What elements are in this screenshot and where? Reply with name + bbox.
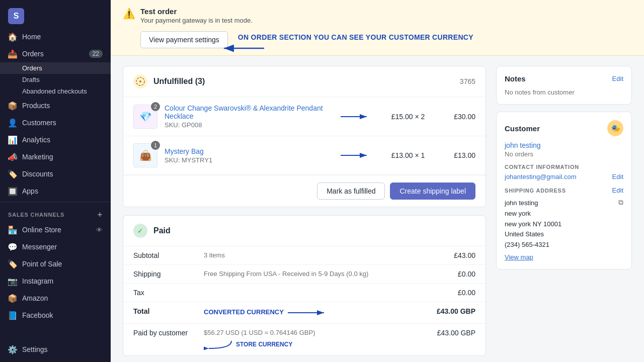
- copy-address-button[interactable]: ⧉: [618, 198, 623, 207]
- subtotal-label: Subtotal: [133, 251, 204, 259]
- sidebar-item-analytics[interactable]: 📊 Analytics: [0, 131, 111, 148]
- sidebar-label-discounts: Discounts: [22, 170, 53, 178]
- total-amount: £43.00 GBP: [435, 307, 475, 318]
- product-price-2: £13.00 × 1: [378, 151, 438, 159]
- order-number: 3765: [460, 77, 475, 85]
- sidebar-label-abandoned: Abandoned checkouts: [22, 87, 87, 95]
- paid-desc-text: $56.27 USD (1 USD = 0.764146 GBP): [204, 329, 435, 336]
- converted-arrow-svg: [288, 307, 328, 318]
- customer-info: john testing No orders: [505, 141, 623, 158]
- settings-icon: ⚙️: [8, 345, 17, 354]
- product-total-1: £30.00: [445, 113, 475, 121]
- product-name-1[interactable]: Colour Change Swarovski® & Alexandrite P…: [165, 104, 323, 120]
- sidebar-sub-orders[interactable]: Orders: [0, 62, 111, 74]
- add-sales-channel-button[interactable]: +: [98, 210, 103, 219]
- pos-icon: 🏷️: [8, 259, 17, 268]
- customer-title: Customer: [505, 124, 540, 133]
- analytics-icon: 📊: [8, 135, 17, 144]
- bag-img-placeholder: 👜: [139, 149, 152, 161]
- tax-desc: [204, 289, 435, 297]
- sidebar-item-home[interactable]: 🏠 Home: [0, 28, 111, 45]
- item2-badge: 1: [151, 141, 160, 150]
- sidebar-item-discounts[interactable]: 🏷️ Discounts: [0, 165, 111, 183]
- banner-description: Your payment gateway is in test mode.: [140, 17, 473, 24]
- svg-point-3: [139, 80, 141, 82]
- view-map-link[interactable]: View map: [505, 253, 533, 261]
- customer-name[interactable]: john testing: [505, 141, 623, 149]
- notes-edit-button[interactable]: Edit: [612, 75, 623, 82]
- product-image-bag: 👜 1: [133, 143, 157, 167]
- online-store-icon: 🏪: [8, 225, 17, 234]
- sidebar-label-instagram: Instagram: [22, 277, 53, 285]
- total-label: Total: [133, 307, 204, 318]
- sidebar-label-home: Home: [22, 33, 41, 41]
- customer-card: Customer 🎭 john testing No orders CONTAC…: [496, 112, 632, 269]
- address-name: john testing: [505, 198, 561, 209]
- shipping-address-block: john testing new york new york NY 10001 …: [505, 198, 623, 250]
- contact-email[interactable]: johantesting@gmail.com: [505, 173, 577, 180]
- sidebar-item-products[interactable]: 📦 Products: [0, 97, 111, 114]
- sidebar-item-orders[interactable]: 📥 Orders 22: [0, 45, 111, 62]
- sidebar-sub-abandoned[interactable]: Abandoned checkouts: [0, 85, 111, 97]
- sidebar-label-pos: Point of Sale: [22, 260, 62, 268]
- paid-by-customer-desc: $56.27 USD (1 USD = 0.764146 GBP): [204, 329, 435, 350]
- left-column: Unfulfilled (3) 3765 💎 2 Colour Change S…: [123, 66, 486, 356]
- sidebar-label-settings: Settings: [22, 345, 48, 353]
- unfulfilled-title: Unfulfilled (3): [153, 77, 454, 86]
- payment-row-shipping: Shipping Free Shipping From USA - Receiv…: [123, 265, 486, 284]
- product-sku-2: SKU: MYSTRY1: [165, 156, 334, 164]
- sidebar-item-online-store[interactable]: 🏪 Online Store 👁: [0, 221, 111, 238]
- sidebar-item-marketing[interactable]: 📣 Marketing: [0, 148, 111, 165]
- create-shipping-label-button[interactable]: Create shipping label: [390, 183, 475, 200]
- customer-orders: No orders: [505, 150, 623, 158]
- product-name-2[interactable]: Mystery Bag: [165, 147, 204, 155]
- contact-edit-button[interactable]: Edit: [612, 173, 623, 180]
- marketing-icon: 📣: [8, 152, 17, 161]
- address-phone: (234) 565-4321: [505, 240, 561, 250]
- sidebar-sub-drafts[interactable]: Drafts: [0, 74, 111, 85]
- sidebar-label-amazon: Amazon: [22, 294, 48, 302]
- sidebar-item-apps[interactable]: 🔲 Apps: [0, 183, 111, 200]
- customers-icon: 👤: [8, 118, 17, 127]
- test-order-banner: ⚠️ Test order Your payment gateway is in…: [111, 0, 644, 56]
- shipping-address-header: SHIPPING ADDRESS Edit: [505, 187, 623, 194]
- notes-card: Notes Edit No notes from customer: [496, 66, 632, 105]
- sidebar-label-online-store: Online Store: [22, 226, 61, 234]
- sidebar-item-pos[interactable]: 🏷️ Point of Sale: [0, 255, 111, 273]
- product-sku-1: SKU: GP008: [165, 121, 334, 129]
- total-desc: CONVERTED CURRENCY: [204, 307, 435, 318]
- sidebar-label-orders-sub: Orders: [22, 64, 42, 72]
- sidebar-item-facebook[interactable]: 📘 Facebook: [0, 307, 111, 324]
- sidebar-item-customers[interactable]: 👤 Customers: [0, 114, 111, 131]
- tax-label: Tax: [133, 289, 204, 297]
- notes-header: Notes Edit: [505, 74, 623, 83]
- payment-row-tax: Tax £0.00: [123, 284, 486, 302]
- sales-channels-label: SALES CHANNELS +: [0, 204, 111, 221]
- clock-icon: [136, 77, 145, 86]
- content-area: Unfulfilled (3) 3765 💎 2 Colour Change S…: [111, 56, 644, 362]
- warning-icon: ⚠️: [123, 8, 135, 20]
- online-store-eye-icon: 👁: [96, 226, 103, 234]
- customer-header: Customer 🎭: [505, 120, 623, 136]
- unfulfilled-actions: Mark as fulfilled Create shipping label: [123, 175, 486, 207]
- apps-icon: 🔲: [8, 187, 17, 196]
- sidebar-label-marketing: Marketing: [22, 153, 53, 161]
- unfulfilled-header: Unfulfilled (3) 3765: [123, 66, 486, 97]
- banner-text: Test order Your payment gateway is in te…: [140, 7, 473, 48]
- view-payment-settings-button[interactable]: View payment settings: [140, 31, 228, 48]
- mark-as-fulfilled-button[interactable]: Mark as fulfilled: [317, 183, 385, 200]
- notes-title: Notes: [505, 74, 526, 83]
- unfulfilled-status-icon: [133, 74, 147, 88]
- sidebar-item-settings[interactable]: ⚙️ Settings: [0, 341, 111, 358]
- item1-arrow-svg: [341, 112, 371, 122]
- sidebar-label-analytics: Analytics: [22, 136, 50, 144]
- shipping-edit-button[interactable]: Edit: [612, 187, 623, 194]
- payment-row-paid-by-customer: Paid by customer $56.27 USD (1 USD = 0.7…: [123, 324, 486, 355]
- sidebar-item-amazon[interactable]: 📦 Amazon: [0, 290, 111, 307]
- sidebar-item-instagram[interactable]: 📷 Instagram: [0, 273, 111, 290]
- amazon-icon: 📦: [8, 294, 17, 303]
- sidebar-label-apps: Apps: [22, 187, 38, 195]
- sidebar-item-messenger[interactable]: 💬 Messenger: [0, 238, 111, 255]
- payment-header: ✓ Paid: [123, 216, 486, 246]
- products-icon: 📦: [8, 101, 17, 110]
